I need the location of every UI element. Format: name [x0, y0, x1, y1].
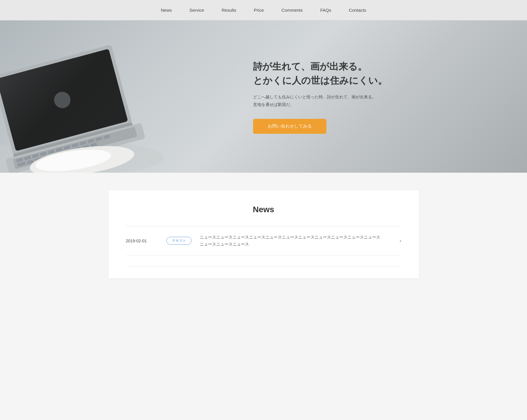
nav-item-price[interactable]: Price	[254, 8, 264, 13]
news-tag[interactable]: テキスト	[166, 237, 192, 245]
hero-subtitle-line1: どこへ越しても住みにくいと悟った時、詩が生れて、画が出来る。	[253, 95, 376, 99]
nav-link-faqs[interactable]: FAQs	[320, 8, 331, 13]
hero-title-line1: 詩が生れて、画が出来る。	[253, 61, 367, 72]
nav-item-faqs[interactable]: FAQs	[320, 8, 331, 13]
laptop-illustration	[0, 26, 173, 173]
hero-title-line2: とかくに人の世は住みにくい。	[253, 75, 387, 86]
nav-link-contacts[interactable]: Contacts	[349, 8, 366, 13]
hero-section: 詩が生れて、画が出来る。 とかくに人の世は住みにくい。 どこへ越しても住みにくい…	[0, 20, 527, 173]
news-text: ニュースニュースニュースニュースニュースニュースニュースニュースニュースニュース…	[200, 234, 392, 248]
nav-link-news[interactable]: News	[161, 8, 172, 13]
nav-item-comments[interactable]: Comments	[282, 8, 303, 13]
hero-title: 詩が生れて、画が出来る。 とかくに人の世は住みにくい。	[253, 59, 387, 88]
nav-link-service[interactable]: Service	[190, 8, 204, 13]
news-row-2	[126, 256, 401, 267]
hero-subtitle: どこへ越しても住みにくいと悟った時、詩が生れて、画が出来る。 意地を通せば窮屈だ…	[253, 93, 387, 108]
nav-item-contacts[interactable]: Contacts	[349, 8, 366, 13]
news-arrow-icon[interactable]: ›	[400, 238, 401, 244]
news-date: 2019-02-01	[126, 239, 158, 243]
hero-content: 詩が生れて、画が出来る。 とかくに人の世は住みにくい。 どこへ越しても住みにくい…	[253, 59, 387, 133]
nav-item-results[interactable]: Results	[222, 8, 236, 13]
hero-cta-button[interactable]: お問い合わせしてみる	[253, 119, 326, 134]
news-card: News 2019-02-01 テキスト ニュースニュースニュースニュースニュー…	[108, 190, 419, 278]
nav-item-service[interactable]: Service	[190, 8, 204, 13]
nav-link-comments[interactable]: Comments	[282, 8, 303, 13]
news-row: 2019-02-01 テキスト ニュースニュースニュースニュースニュースニュース…	[126, 226, 401, 256]
nav-item-news[interactable]: News	[161, 8, 172, 13]
navbar: News Service Results Price Comments FAQs…	[0, 0, 527, 20]
nav-menu: News Service Results Price Comments FAQs…	[161, 8, 366, 13]
news-heading: News	[126, 205, 401, 214]
nav-link-results[interactable]: Results	[222, 8, 236, 13]
news-section: News 2019-02-01 テキスト ニュースニュースニュースニュースニュー…	[0, 173, 527, 290]
hero-subtitle-line2: 意地を通せば窮屈だ。	[253, 102, 294, 107]
nav-link-price[interactable]: Price	[254, 8, 264, 13]
